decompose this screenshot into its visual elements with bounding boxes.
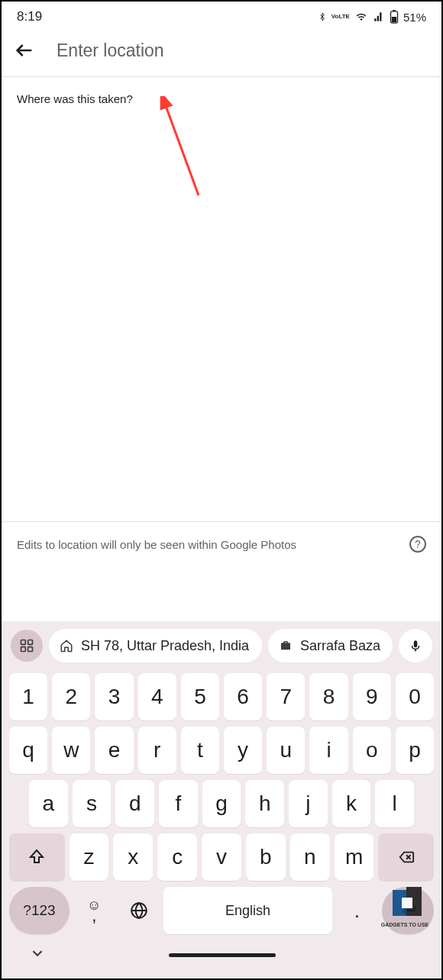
status-bar: 8:19 VoLTE 51% [2,2,441,29]
space-key[interactable]: English [163,887,332,934]
keyboard-row-asdf: a s d f g h j k l [6,777,437,830]
voice-input-button[interactable] [399,629,432,662]
key-g[interactable]: g [202,780,241,827]
svg-rect-1 [393,10,396,11]
keyboard-row-numbers: 1 2 3 4 5 6 7 8 9 0 [6,670,437,724]
disclaimer-bar: Edits to location will only be seen with… [2,521,441,566]
svg-rect-7 [28,647,33,652]
suggestion-row: SH 78, Uttar Pradesh, India Sarrafa Baza [6,629,437,670]
key-p[interactable]: p [396,727,434,774]
backspace-key[interactable] [378,833,434,881]
key-k[interactable]: k [332,780,371,827]
keyboard-row-qwerty: q w e r t y u i o p [6,724,437,777]
key-w[interactable]: w [52,727,90,774]
symbols-key[interactable]: ?123 [9,887,70,934]
key-0[interactable]: 0 [396,673,434,720]
key-7[interactable]: 7 [267,673,305,720]
status-icons: VoLTE 51% [318,10,426,24]
key-x[interactable]: x [113,833,153,881]
nav-handle[interactable] [169,953,276,957]
keyboard-row-zxcv: z x c v b n m [6,830,437,884]
key-t[interactable]: t [181,727,219,774]
svg-rect-4 [21,640,26,645]
question-icon: ? [415,538,421,550]
period-key[interactable]: . [337,887,377,934]
hide-keyboard-button[interactable] [29,945,47,965]
bluetooth-icon [318,11,327,23]
key-l[interactable]: l [375,780,414,827]
suggestion-2-text: Sarrafa Baza [300,638,380,654]
key-c[interactable]: c [157,833,197,881]
key-y[interactable]: y [224,727,262,774]
signal-icon [373,11,385,22]
suggestion-1-text: SH 78, Uttar Pradesh, India [81,638,249,654]
nav-bar [6,937,437,974]
key-s[interactable]: s [73,780,112,827]
key-9[interactable]: 9 [353,673,391,720]
key-a[interactable]: a [29,780,68,827]
key-4[interactable]: 4 [138,673,176,720]
svg-rect-2 [392,17,396,22]
key-5[interactable]: 5 [181,673,219,720]
svg-rect-11 [402,898,412,908]
suggestion-chip-2[interactable]: Sarrafa Baza [268,629,393,662]
key-8[interactable]: 8 [309,673,348,720]
battery-icon [390,10,399,24]
status-time: 8:19 [17,9,42,24]
comma-label: , [92,911,96,921]
key-v[interactable]: v [202,833,241,881]
key-o[interactable]: o [353,727,391,774]
volte-icon: VoLTE [331,14,350,20]
svg-rect-5 [28,640,33,645]
microphone-icon [409,637,422,654]
key-m[interactable]: m [335,833,374,881]
language-key[interactable] [119,887,160,934]
keyboard-menu-button[interactable] [11,630,43,662]
watermark: GADGETS TO USE [373,887,437,933]
backspace-icon [396,849,417,866]
home-icon [60,639,73,653]
key-u[interactable]: u [267,727,305,774]
key-h[interactable]: h [245,780,284,827]
battery-percent: 51% [403,11,426,24]
location-input[interactable] [57,40,429,61]
emoji-key[interactable]: ☺ , [74,887,115,934]
chevron-down-icon [29,945,46,962]
grid-icon [19,638,34,653]
globe-icon [129,901,149,920]
key-1[interactable]: 1 [9,673,47,720]
key-j[interactable]: j [289,780,328,827]
key-6[interactable]: 6 [224,673,262,720]
key-n[interactable]: n [290,833,330,881]
shift-key[interactable] [9,833,65,881]
disclaimer-text: Edits to location will only be seen with… [17,538,296,551]
key-q[interactable]: q [9,727,47,774]
help-button[interactable]: ? [409,536,426,553]
key-e[interactable]: e [95,727,133,774]
app-bar [2,29,441,76]
wifi-icon [354,11,368,22]
key-r[interactable]: r [138,727,176,774]
key-2[interactable]: 2 [52,673,90,720]
prompt-text: Where was this taken? [2,77,441,121]
key-f[interactable]: f [159,780,198,827]
arrow-left-icon [14,40,35,61]
key-b[interactable]: b [246,833,286,881]
back-button[interactable] [14,40,35,61]
svg-rect-6 [21,647,26,652]
watermark-text: GADGETS TO USE [381,922,429,927]
key-3[interactable]: 3 [95,673,133,720]
suggestion-chip-1[interactable]: SH 78, Uttar Pradesh, India [49,629,262,662]
key-z[interactable]: z [70,833,109,881]
shift-icon [27,848,46,866]
key-i[interactable]: i [309,727,348,774]
key-d[interactable]: d [115,780,154,827]
briefcase-icon [279,639,293,653]
